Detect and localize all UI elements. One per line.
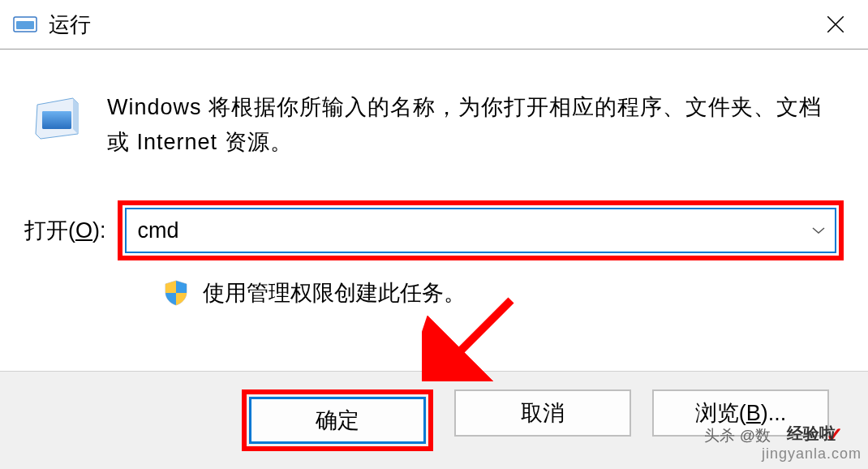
button-bar: 确定 取消 浏览(B)... <box>0 371 868 469</box>
ok-button[interactable]: 确定 <box>249 397 426 444</box>
watermark-site: jingyanla.com <box>762 445 862 463</box>
close-icon <box>825 14 846 35</box>
watermark-logo: 经验啦 <box>787 423 836 445</box>
chevron-down-icon <box>811 226 826 234</box>
description-row: Windows 将根据你所输入的名称，为你打开相应的程序、文件夹、文档或 Int… <box>16 49 852 184</box>
cancel-button[interactable]: 取消 <box>454 389 631 437</box>
watermark-header: 头杀 @数 <box>704 425 771 446</box>
dropdown-button[interactable] <box>802 209 835 252</box>
shield-icon <box>162 279 190 307</box>
window-title: 运行 <box>49 11 91 39</box>
admin-text: 使用管理权限创建此任务。 <box>203 278 466 308</box>
run-icon-large <box>32 93 83 144</box>
run-dialog: 运行 <box>0 0 868 469</box>
description-text: Windows 将根据你所输入的名称，为你打开相应的程序、文件夹、文档或 Int… <box>107 90 836 160</box>
svg-rect-1 <box>16 21 34 29</box>
input-row: 打开(O): <box>16 184 852 277</box>
titlebar-left: 运行 <box>13 11 91 39</box>
titlebar: 运行 <box>0 0 868 49</box>
close-button[interactable] <box>816 5 855 44</box>
open-combobox[interactable] <box>125 208 836 253</box>
svg-rect-5 <box>42 111 71 129</box>
open-label: 打开(O): <box>24 216 106 245</box>
run-icon <box>13 15 37 34</box>
ok-highlight: 确定 <box>242 389 433 451</box>
admin-row: 使用管理权限创建此任务。 <box>16 277 852 324</box>
input-highlight <box>118 200 844 260</box>
content-area: Windows 将根据你所输入的名称，为你打开相应的程序、文件夹、文档或 Int… <box>0 49 868 371</box>
open-input[interactable] <box>127 212 802 250</box>
